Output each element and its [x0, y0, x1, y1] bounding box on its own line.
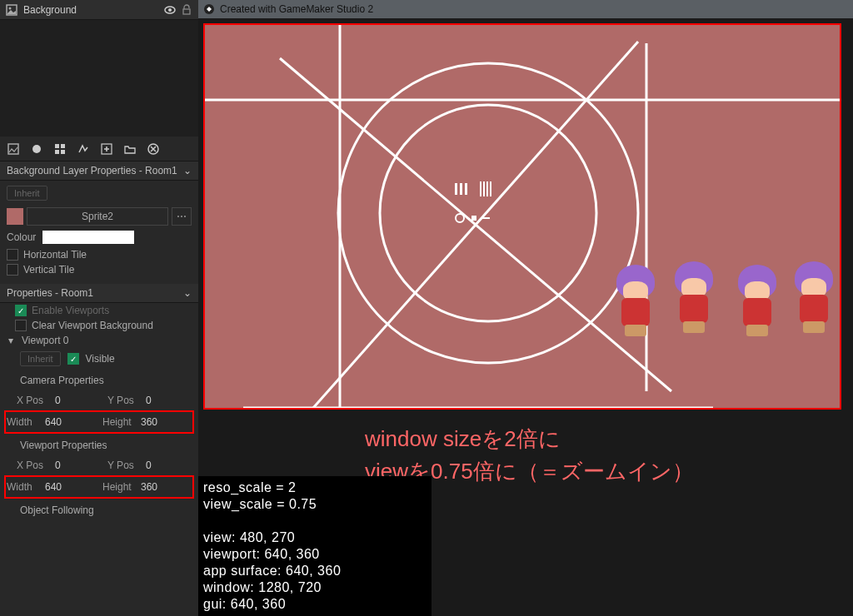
viewport-xpos-input[interactable]: 0 [55, 460, 61, 471]
placeholder-sprite-graphic [205, 25, 841, 410]
layer-toolbar [0, 137, 198, 161]
sprite-field[interactable]: Sprite2 [27, 207, 168, 226]
chevron-down-icon: ⌄ [183, 287, 192, 299]
enable-viewports-checkbox[interactable] [15, 305, 27, 316]
svg-rect-23 [460, 183, 462, 195]
image-layer-icon[interactable] [3, 139, 23, 159]
svg-point-17 [380, 105, 596, 321]
camera-width-input[interactable]: 640 [45, 416, 62, 428]
svg-rect-25 [480, 181, 481, 196]
svg-point-29 [456, 214, 464, 222]
sprite-preview[interactable] [7, 208, 23, 225]
circle-layer-icon[interactable] [27, 139, 47, 159]
svg-point-1 [9, 7, 12, 9]
inherit-button[interactable]: Inherit [7, 186, 47, 201]
svg-point-16 [338, 63, 638, 363]
clear-viewport-bg-checkbox[interactable] [15, 320, 27, 331]
character-sprite [788, 261, 840, 335]
sprite-more-button[interactable]: ⋯ [172, 207, 192, 226]
folder-icon[interactable] [120, 139, 140, 159]
visible-checkbox[interactable] [67, 353, 79, 365]
camera-height-input[interactable]: 360 [141, 416, 157, 428]
camera-ypos-input[interactable]: 0 [146, 395, 152, 406]
colour-swatch[interactable] [42, 231, 134, 244]
horizontal-tile-checkbox[interactable] [7, 249, 18, 261]
squares-icon[interactable] [50, 139, 70, 159]
svg-rect-9 [55, 150, 59, 154]
svg-rect-24 [465, 183, 467, 195]
tree-arrow-icon[interactable]: ▾ [8, 335, 17, 346]
character-sprite [610, 265, 661, 338]
viewport-props-label: Viewport Properties [0, 435, 198, 456]
svg-rect-30 [471, 216, 476, 221]
camera-props-label: Camera Properties [0, 370, 198, 391]
viewport-inherit-button[interactable]: Inherit [20, 351, 61, 366]
game-window-titlebar: Created with GameMaker Studio 2 [198, 0, 853, 18]
svg-rect-4 [183, 9, 190, 14]
vertical-tile-checkbox[interactable] [7, 264, 18, 276]
svg-rect-8 [61, 144, 65, 148]
character-sprite [731, 265, 783, 338]
add-icon[interactable] [97, 139, 117, 159]
room-props-header[interactable]: Properties - Room1 ⌄ [0, 284, 198, 303]
debug-overlay: reso_scale = 2 view_scale = 0.75 view: 4… [198, 476, 431, 616]
image-icon [5, 3, 18, 17]
viewport-ypos-input[interactable]: 0 [146, 460, 152, 471]
svg-rect-27 [486, 181, 488, 196]
layer-list-area [0, 20, 198, 137]
camera-xpos-input[interactable]: 0 [55, 395, 61, 406]
svg-rect-31 [481, 217, 490, 219]
viewport-height-input[interactable]: 360 [141, 481, 157, 493]
viewport-width-input[interactable]: 640 [45, 481, 62, 493]
delete-icon[interactable] [143, 139, 163, 159]
chevron-down-icon: ⌄ [183, 165, 192, 176]
eye-icon[interactable] [163, 3, 177, 17]
character-sprite [668, 261, 720, 335]
colour-label: Colour [7, 231, 36, 243]
svg-point-6 [32, 145, 41, 153]
svg-line-19 [313, 42, 638, 408]
game-canvas [203, 23, 841, 410]
bg-props-header[interactable]: Background Layer Properties - Room1 ⌄ [0, 161, 198, 181]
svg-rect-22 [455, 183, 457, 195]
gamemaker-logo-icon [203, 3, 215, 15]
layer-title: Background [23, 4, 163, 16]
path-icon[interactable] [73, 139, 93, 159]
svg-rect-28 [490, 181, 491, 196]
lock-icon[interactable] [180, 3, 193, 17]
left-panel: Background Background Layer Properties -… [0, 0, 198, 616]
svg-rect-26 [483, 181, 485, 196]
object-following-label: Object Following [0, 499, 198, 521]
svg-rect-7 [55, 144, 59, 148]
svg-rect-5 [8, 144, 18, 154]
layer-header: Background [0, 0, 198, 20]
svg-point-3 [168, 8, 172, 12]
game-window-title: Created with GameMaker Studio 2 [220, 3, 373, 15]
svg-rect-10 [61, 150, 65, 154]
